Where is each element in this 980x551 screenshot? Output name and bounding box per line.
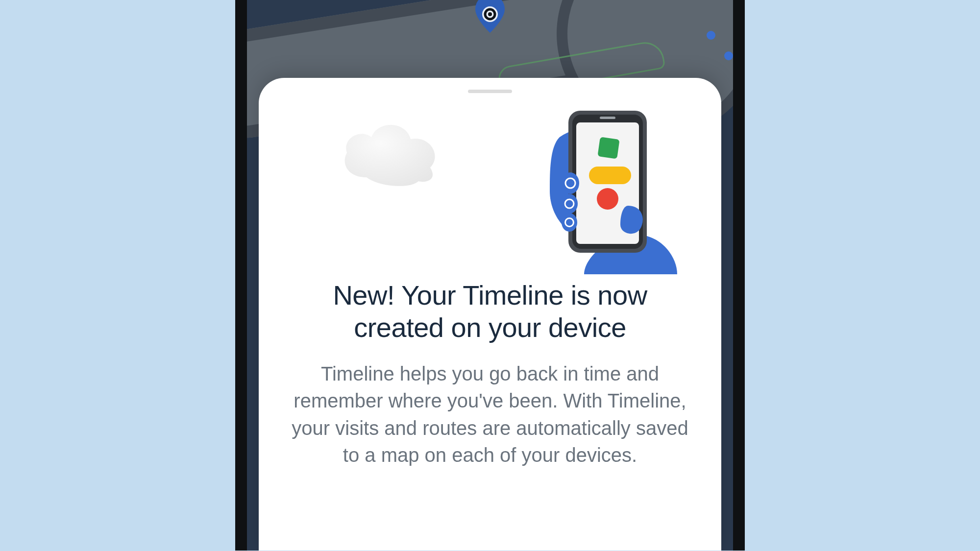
timeline-bottom-sheet[interactable]: New! Your Timeline is now created on you… [259,78,721,551]
svg-point-12 [562,213,577,232]
location-dot-icon [724,51,733,60]
sheet-title: New! Your Timeline is now created on you… [304,279,676,344]
svg-rect-7 [597,137,619,159]
cloud-icon [332,114,450,194]
phone-hand-icon [530,108,682,276]
hero-illustration [278,103,702,274]
svg-rect-8 [589,167,631,184]
svg-rect-6 [600,117,615,119]
device-frame: New! Your Timeline is now created on you… [235,0,745,551]
svg-point-2 [488,12,492,16]
svg-point-11 [561,194,578,214]
svg-point-10 [562,172,579,194]
drag-handle-icon[interactable] [468,90,512,93]
svg-point-9 [597,188,618,210]
map-pin-icon[interactable] [475,0,505,36]
location-dot-icon [707,31,715,40]
device-screen: New! Your Timeline is now created on you… [247,0,733,551]
sheet-body-text: Timeline helps you go back in time and r… [289,360,691,469]
